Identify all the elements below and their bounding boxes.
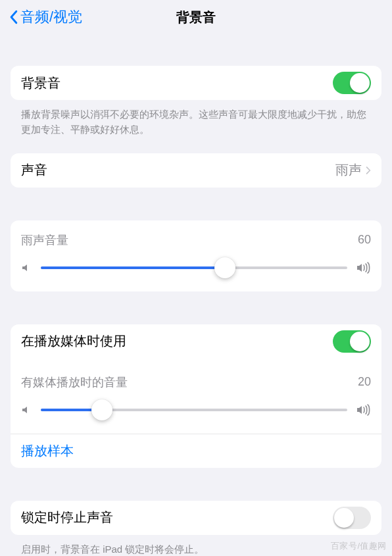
group-volume: 雨声音量 60 — [11, 220, 381, 291]
media-volume-label: 有媒体播放时的音量 — [21, 374, 358, 390]
volume-low-icon — [21, 263, 32, 273]
background-sound-footer: 播放背景噪声以消弭不必要的环境杂声。这些声音可最大限度地减少干扰，助您更加专注、… — [0, 100, 392, 141]
slider-fill — [41, 266, 225, 269]
stop-on-lock-toggle[interactable] — [333, 507, 371, 529]
volume-low-icon — [21, 405, 32, 415]
volume-slider[interactable] — [41, 257, 347, 278]
sound-label: 声音 — [21, 161, 335, 179]
sound-value: 雨声 — [335, 161, 362, 179]
page-title: 背景音 — [176, 9, 216, 26]
play-sample-link[interactable]: 播放样本 — [21, 442, 74, 460]
group-lock: 锁定时停止声音 — [11, 501, 381, 535]
row-background-sound: 背景音 — [11, 66, 381, 100]
slider-thumb[interactable] — [214, 257, 235, 278]
toggle-knob — [350, 332, 370, 351]
row-play-sample[interactable]: 播放样本 — [11, 434, 381, 468]
volume-high-icon — [356, 404, 371, 416]
media-volume-slider-row — [11, 390, 381, 434]
nav-bar: 音频/视觉 背景音 — [0, 0, 392, 34]
background-sound-toggle[interactable] — [333, 72, 371, 94]
use-with-media-toggle[interactable] — [333, 330, 371, 353]
background-sound-label: 背景音 — [21, 74, 333, 92]
chevron-right-icon — [366, 166, 371, 175]
chevron-left-icon — [9, 10, 19, 24]
back-button[interactable]: 音频/视觉 — [9, 7, 82, 27]
group-media: 在播放媒体时使用 有媒体播放时的音量 20 播放样本 — [11, 324, 381, 468]
stop-on-lock-label: 锁定时停止声音 — [21, 509, 333, 526]
media-volume-header: 有媒体播放时的音量 20 — [11, 359, 381, 390]
row-stop-on-lock: 锁定时停止声音 — [11, 501, 381, 535]
use-with-media-label: 在播放媒体时使用 — [21, 332, 333, 350]
back-label: 音频/视觉 — [20, 7, 82, 27]
volume-label: 雨声音量 — [21, 232, 358, 248]
volume-slider-row — [11, 248, 381, 291]
volume-high-icon — [356, 262, 371, 274]
volume-header: 雨声音量 60 — [11, 220, 381, 248]
watermark: 百家号/值趣网 — [331, 540, 387, 552]
group-sound: 声音 雨声 — [11, 153, 381, 188]
toggle-knob — [334, 508, 354, 528]
row-use-with-media: 在播放媒体时使用 — [11, 324, 381, 359]
row-sound[interactable]: 声音 雨声 — [11, 153, 381, 188]
toggle-knob — [350, 73, 370, 93]
media-volume-slider[interactable] — [41, 399, 347, 420]
media-volume-value: 20 — [358, 375, 371, 389]
slider-thumb[interactable] — [91, 399, 112, 420]
volume-value: 60 — [358, 233, 371, 247]
group-main-toggle: 背景音 — [11, 66, 381, 100]
